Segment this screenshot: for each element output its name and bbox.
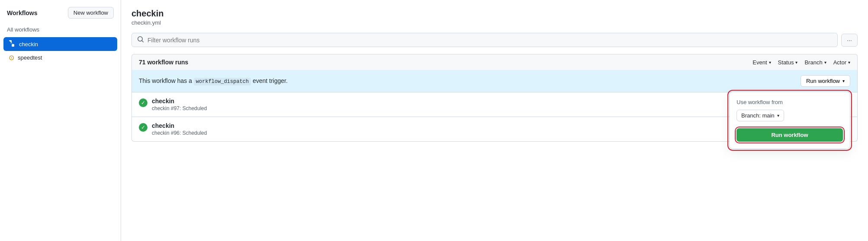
chevron-down-icon: ▾ <box>848 60 850 65</box>
branch-select-label: Branch: main <box>741 112 775 119</box>
run-workflow-trigger-button[interactable]: Run workflow ▾ <box>801 75 850 87</box>
success-status-icon: ✓ <box>139 98 147 107</box>
sidebar-item-speedtest-label: speedtest <box>18 54 42 61</box>
sidebar-item-all-workflows[interactable]: All workflows <box>0 24 121 35</box>
chevron-down-icon: ▾ <box>795 60 798 65</box>
chevron-down-icon: ▾ <box>842 79 845 83</box>
run-workflow-dropdown: Use workflow from Branch: main ▾ Run wor… <box>729 92 850 149</box>
dropdown-label: Use workflow from <box>737 99 843 105</box>
sidebar-item-checkin[interactable]: checkin <box>3 37 117 51</box>
runs-header: 71 workflow runs Event ▾ Status ▾ Branch… <box>131 54 858 70</box>
branch-filter-button[interactable]: Branch ▾ <box>804 59 826 66</box>
runs-container: 71 workflow runs Event ▾ Status ▾ Branch… <box>131 54 858 142</box>
success-status-icon: ✓ <box>139 123 147 132</box>
workflow-icon <box>9 40 16 48</box>
page-subtitle: checkin.yml <box>131 19 858 26</box>
status-filter-button[interactable]: Status ▾ <box>778 59 798 66</box>
search-input[interactable] <box>147 37 832 44</box>
chevron-down-icon: ▾ <box>769 60 771 65</box>
dispatch-banner: This workflow has a workflow_dispatch ev… <box>131 70 858 92</box>
search-icon <box>137 36 144 44</box>
page-header: checkin checkin.yml <box>131 9 858 26</box>
sidebar-nav: All workflows checkin ⊙ speedtest <box>0 24 121 64</box>
actor-filter-button[interactable]: Actor ▾ <box>833 59 850 66</box>
branch-select-button[interactable]: Branch: main ▾ <box>737 110 784 121</box>
warning-icon: ⊙ <box>9 54 14 62</box>
runs-filters: Event ▾ Status ▾ Branch ▾ Actor ▾ <box>753 59 850 66</box>
dispatch-banner-text: This workflow has a workflow_dispatch ev… <box>139 77 288 85</box>
new-workflow-button[interactable]: New workflow <box>68 7 114 19</box>
more-options-button[interactable]: ··· <box>841 34 858 47</box>
dispatch-code: workflow_dispatch <box>194 78 251 86</box>
main-content: checkin checkin.yml ··· 71 workflow runs… <box>121 0 868 241</box>
run-workflow-submit-button[interactable]: Run workflow <box>737 128 843 142</box>
checkmark-icon: ✓ <box>139 123 147 132</box>
sidebar-title: Workflows <box>7 10 38 16</box>
sidebar-header: Workflows New workflow <box>0 7 121 24</box>
checkmark-icon: ✓ <box>139 98 147 107</box>
runs-count: 71 workflow runs <box>139 59 188 66</box>
chevron-down-icon: ▾ <box>777 113 779 118</box>
event-filter-button[interactable]: Event ▾ <box>753 59 771 66</box>
sidebar: Workflows New workflow All workflows che… <box>0 0 121 241</box>
page-title: checkin <box>131 9 858 19</box>
search-bar: ··· <box>131 33 858 47</box>
chevron-down-icon: ▾ <box>824 60 826 65</box>
sidebar-item-checkin-label: checkin <box>19 41 38 48</box>
search-input-wrapper[interactable] <box>131 33 838 47</box>
sidebar-item-speedtest[interactable]: ⊙ speedtest <box>0 51 121 64</box>
